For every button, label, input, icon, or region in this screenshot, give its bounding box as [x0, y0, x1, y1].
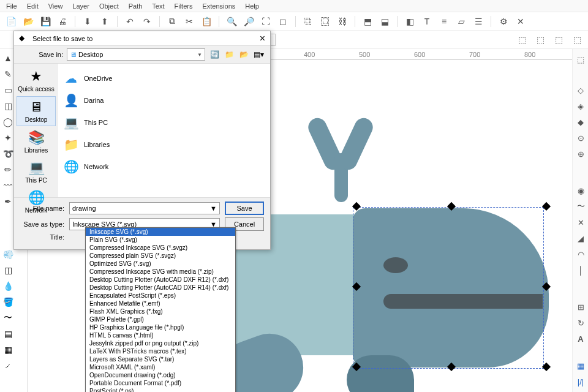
snap-path-icon[interactable]: 〜 — [574, 200, 587, 213]
file-item[interactable]: ☁OneDrive — [61, 67, 268, 89]
format-option[interactable]: Desktop Cutting Plotter (AutoCAD DXF R14… — [86, 284, 235, 292]
snap-corner-icon[interactable]: ◆ — [574, 115, 587, 129]
save-doc-icon[interactable]: 💾 — [38, 14, 53, 29]
connector-tool-icon[interactable]: ⟋ — [1, 359, 15, 372]
selection-box[interactable] — [353, 207, 544, 369]
zoom-out-icon[interactable]: 🔎 — [241, 14, 256, 29]
format-option[interactable]: JessyInk zipped pdf or png output (*.zip… — [86, 339, 235, 347]
bezier-tool-icon[interactable]: 〰 — [1, 179, 15, 192]
format-option[interactable]: Enhanced Metafile (*.emf) — [86, 300, 235, 307]
undo-icon[interactable]: ↶ — [123, 14, 137, 29]
snap-guide-icon[interactable]: |/| — [574, 375, 587, 388]
zoom-in-icon[interactable]: 🔍 — [224, 14, 239, 29]
place-libraries[interactable]: 📚Libraries — [17, 127, 56, 156]
file-list[interactable]: ☁OneDrive👤Darina💻This PC📁Libraries🌐Netwo… — [58, 64, 270, 197]
format-option[interactable]: PostScript (*.ps) — [86, 387, 235, 392]
menu-path[interactable]: Path — [124, 1, 148, 11]
tweak-tool-icon[interactable]: 〜 — [1, 311, 15, 325]
menu-file[interactable]: File — [1, 1, 22, 11]
3dbox-tool-icon[interactable]: ◫ — [1, 99, 15, 113]
spray-tool-icon[interactable]: 💨 — [1, 247, 15, 261]
selector-tool-icon[interactable]: ▲ — [1, 51, 15, 65]
format-option[interactable]: Inkscape SVG (*.svg) — [86, 228, 235, 236]
menu-extensions[interactable]: Extensions — [197, 1, 240, 11]
print-doc-icon[interactable]: 🖨 — [55, 14, 70, 29]
mesh-tool-icon[interactable]: ▦ — [1, 343, 15, 356]
affect2-icon[interactable]: ⬚ — [533, 32, 548, 47]
transform-icon[interactable]: ▱ — [454, 14, 469, 29]
snap-toggle-icon[interactable]: ⬚ — [574, 53, 587, 66]
affect3-icon[interactable]: ⬚ — [551, 32, 566, 47]
snap-smooth-icon[interactable]: ◠ — [574, 247, 587, 261]
format-option[interactable]: Compressed plain SVG (*.svgz) — [86, 252, 235, 260]
ellipse-tool-icon[interactable]: ◯ — [1, 115, 15, 129]
unlink-icon[interactable]: ⛓ — [335, 14, 350, 29]
format-option[interactable]: HP Graphics Language file (*.hpgl) — [86, 323, 235, 331]
snap-text-icon[interactable]: A — [574, 332, 587, 345]
export-icon[interactable]: ⬆ — [97, 14, 112, 29]
format-option[interactable]: Microsoft XAML (*.xaml) — [86, 363, 235, 371]
node-tool-icon[interactable]: ✎ — [1, 67, 15, 81]
menu-object[interactable]: Object — [94, 1, 124, 11]
snap-midpt-icon[interactable]: ⊙ — [574, 131, 587, 145]
snap-center-icon[interactable]: ⊕ — [574, 147, 587, 160]
up-icon[interactable]: 📁 — [224, 49, 235, 60]
snap-grid-icon[interactable]: ▦ — [574, 359, 587, 372]
format-option[interactable]: Desktop Cutting Plotter (AutoCAD DXF R12… — [86, 276, 235, 284]
place-quick-access[interactable]: ★Quick access — [17, 66, 56, 95]
ungroup-icon[interactable]: ⬓ — [377, 14, 392, 29]
copy-icon[interactable]: ⧉ — [165, 14, 179, 29]
format-option[interactable]: Plain SVG (*.svg) — [86, 236, 235, 244]
close-icon[interactable]: × — [260, 33, 265, 44]
file-item[interactable]: 💻This PC — [61, 111, 268, 134]
file-item[interactable]: 🌐Network — [61, 156, 268, 178]
cut-icon[interactable]: ✂ — [182, 14, 197, 29]
newfolder-icon[interactable]: 📂 — [238, 49, 249, 60]
menu-edit[interactable]: Edit — [22, 1, 43, 11]
format-option[interactable]: Layers as Separate SVG (*.tar) — [86, 355, 235, 363]
snap-node-icon[interactable]: ◉ — [574, 184, 587, 197]
snap-edge-icon[interactable]: ◈ — [574, 99, 587, 113]
snap-rotation-icon[interactable]: ↻ — [574, 316, 587, 330]
snap-intersect-icon[interactable]: ✕ — [574, 216, 587, 229]
format-option[interactable]: Optimized SVG (*.svg) — [86, 260, 235, 268]
menu-help[interactable]: Help — [240, 1, 264, 11]
gradient-tool-icon[interactable]: ▤ — [1, 327, 15, 341]
format-option[interactable]: HTML 5 canvas (*.html) — [86, 331, 235, 339]
clone-icon[interactable]: ⿴ — [318, 14, 333, 29]
format-option[interactable]: OpenDocument drawing (*.odg) — [86, 371, 235, 379]
spiral-tool-icon[interactable]: ➰ — [1, 147, 15, 160]
new-doc-icon[interactable]: 📄 — [4, 14, 18, 29]
eraser-tool-icon[interactable]: ◫ — [1, 263, 15, 277]
menu-filters[interactable]: Filters — [170, 1, 198, 11]
menu-view[interactable]: View — [43, 1, 68, 11]
snap-line-icon[interactable]: │ — [574, 263, 587, 277]
viewmenu-icon[interactable]: ▤▾ — [253, 49, 264, 60]
menu-text[interactable]: Text — [147, 1, 169, 11]
import-icon[interactable]: ⬇ — [80, 14, 95, 29]
file-item[interactable]: 👤Darina — [61, 89, 268, 111]
dropper-tool-icon[interactable]: 💧 — [1, 279, 15, 293]
affect4-icon[interactable]: ⬚ — [570, 32, 584, 47]
filename-field[interactable]: drawing▼ — [69, 202, 220, 214]
savein-combo[interactable]: 🖥 Desktop ▼ — [67, 48, 205, 61]
format-dropdown[interactable]: Inkscape SVG (*.svg)Plain SVG (*.svg)Com… — [85, 227, 236, 392]
snap-cusp-icon[interactable]: ◢ — [574, 232, 587, 245]
snap-bbox-icon[interactable]: ◇ — [574, 83, 587, 97]
format-option[interactable]: Portable Document Format (*.pdf) — [86, 379, 235, 387]
fill-stroke-icon[interactable]: ◧ — [402, 14, 417, 29]
rect-tool-icon[interactable]: ▭ — [1, 83, 15, 97]
group-icon[interactable]: ⬒ — [360, 14, 375, 29]
place-desktop[interactable]: 🖥Desktop — [17, 96, 56, 126]
format-option[interactable]: LaTeX With PSTricks macros (*.tex) — [86, 347, 235, 355]
place-this-pc[interactable]: 💻This PC — [17, 157, 56, 186]
bucket-tool-icon[interactable]: 🪣 — [1, 295, 15, 309]
format-option[interactable]: Flash XML Graphics (*.fxg) — [86, 307, 235, 315]
layers-icon[interactable]: ☰ — [471, 14, 486, 29]
format-option[interactable]: GIMP Palette (*.gpl) — [86, 315, 235, 323]
open-doc-icon[interactable]: 📂 — [21, 14, 36, 29]
duplicate-icon[interactable]: ⿻ — [301, 14, 315, 29]
back-icon[interactable]: 🔄 — [209, 49, 220, 60]
align-icon[interactable]: ≡ — [437, 14, 451, 29]
save-button[interactable]: Save — [225, 202, 264, 215]
